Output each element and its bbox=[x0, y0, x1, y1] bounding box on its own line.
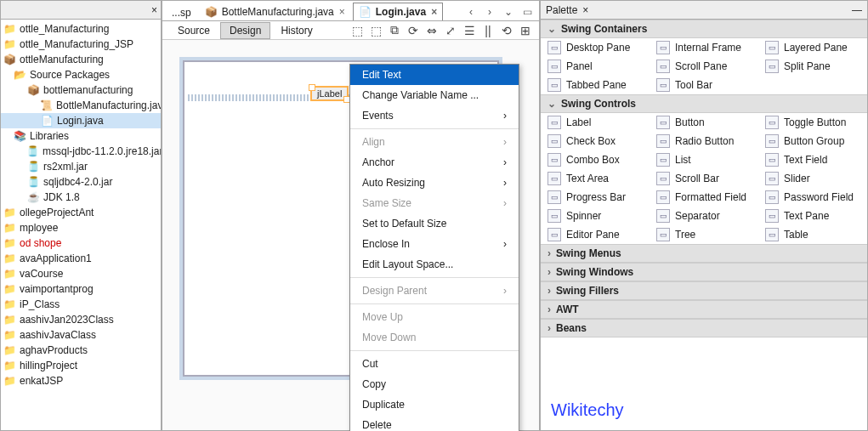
menu-item[interactable]: Cut bbox=[350, 354, 519, 374]
form-canvas[interactable]: jLabel Edit TextChange Variable Name ...… bbox=[179, 57, 502, 380]
view-tab[interactable]: Source bbox=[169, 23, 218, 38]
nav-icon[interactable]: ‹ bbox=[464, 5, 478, 19]
nav-icon[interactable]: › bbox=[483, 5, 496, 19]
palette-item[interactable]: ▭Progress Bar bbox=[541, 188, 650, 207]
jlabel-component[interactable]: jLabel bbox=[310, 86, 349, 101]
menu-item[interactable]: Delete bbox=[350, 415, 519, 431]
view-tab[interactable]: Design bbox=[220, 22, 270, 39]
tree-row[interactable]: 📜BottleManufacturing.jav bbox=[1, 98, 161, 113]
menu-item[interactable]: Edit Text bbox=[350, 65, 519, 85]
editor-tab[interactable]: ...sp bbox=[166, 4, 197, 20]
close-icon[interactable]: × bbox=[582, 4, 588, 16]
palette-item[interactable]: ▭Internal Frame bbox=[650, 38, 758, 57]
palette-item[interactable]: ▭Radio Button bbox=[650, 132, 758, 150]
toolbar-icon[interactable]: ⬚ bbox=[350, 24, 364, 37]
tree-row[interactable]: 📁ollegeProjectAnt bbox=[1, 205, 161, 220]
palette-item[interactable]: ▭Label bbox=[541, 113, 650, 132]
view-tab[interactable]: History bbox=[272, 23, 321, 38]
close-icon[interactable]: × bbox=[339, 6, 345, 18]
tree-row[interactable]: 📁enkatJSP bbox=[1, 373, 161, 388]
menu-item[interactable]: Anchor› bbox=[350, 152, 519, 173]
menu-item[interactable]: Copy bbox=[350, 374, 519, 394]
tree-row[interactable]: 📄Login.java bbox=[1, 113, 161, 128]
palette-category-header[interactable]: ›Swing Windows bbox=[541, 263, 867, 281]
palette-item[interactable]: ▭Text Pane bbox=[758, 207, 867, 225]
toolbar-icon[interactable]: ⧉ bbox=[388, 24, 401, 37]
palette-item[interactable]: ▭Button Group bbox=[758, 132, 867, 150]
palette-item[interactable]: ▭Text Area bbox=[541, 169, 650, 188]
palette-item[interactable]: ▭List bbox=[650, 150, 758, 169]
palette-item[interactable]: ▭Formatted Field bbox=[650, 188, 758, 207]
palette-item[interactable]: ▭Text Field bbox=[758, 150, 867, 169]
editor-tab[interactable]: 📄Login.java× bbox=[353, 3, 443, 20]
palette-item[interactable]: ▭Desktop Pane bbox=[541, 38, 650, 57]
menu-item[interactable]: Edit Layout Space... bbox=[350, 254, 519, 275]
menu-item[interactable]: Auto Resizing› bbox=[350, 173, 519, 193]
context-menu[interactable]: Edit TextChange Variable Name ...Events›… bbox=[349, 64, 519, 431]
close-icon[interactable]: × bbox=[431, 6, 437, 18]
editor-tab[interactable]: 📦BottleManufacturing.java× bbox=[199, 3, 351, 20]
palette-category-header[interactable]: ⌄Swing Controls bbox=[541, 94, 867, 113]
tree-row[interactable]: 📁iP_Class bbox=[1, 297, 161, 312]
palette-item[interactable]: ▭Slider bbox=[758, 169, 867, 188]
tree-row[interactable]: 📁aghavProducts bbox=[1, 343, 161, 358]
tree-row[interactable]: 🫙rs2xml.jar bbox=[1, 159, 161, 174]
tree-row[interactable]: 🫙sqljdbc4-2.0.jar bbox=[1, 174, 161, 190]
tree-row[interactable]: 📁aashivJavaClass bbox=[1, 327, 161, 343]
palette-item[interactable]: ▭Check Box bbox=[541, 132, 650, 150]
tree-row[interactable]: 📁vaimportantprog bbox=[1, 281, 161, 297]
palette-item[interactable]: ▭Tree bbox=[650, 225, 758, 244]
tree-row[interactable]: 📂Source Packages bbox=[1, 67, 161, 82]
palette-item[interactable]: ▭Password Field bbox=[758, 188, 867, 207]
palette-item[interactable]: ▭Scroll Bar bbox=[650, 169, 758, 188]
palette-item[interactable]: ▭Scroll Pane bbox=[650, 57, 758, 76]
toolbar-icon[interactable]: ⟳ bbox=[406, 24, 420, 37]
palette-item[interactable]: ▭Editor Pane bbox=[541, 225, 650, 244]
palette-item[interactable]: ▭Combo Box bbox=[541, 150, 650, 169]
palette-item[interactable]: ▭Table bbox=[758, 225, 867, 244]
tree-row[interactable]: 📁ottle_Manufacturing_JSP bbox=[1, 37, 161, 52]
toolbar-icon[interactable]: ⇔ bbox=[425, 24, 439, 37]
palette-item[interactable]: ▭Layered Pane bbox=[758, 38, 867, 57]
tree-row[interactable]: 📁mployee bbox=[1, 220, 161, 235]
close-icon[interactable]: × bbox=[151, 4, 157, 16]
minimize-icon[interactable]: — bbox=[852, 4, 862, 16]
tree-row[interactable]: ☕JDK 1.8 bbox=[1, 190, 161, 205]
palette-category-header[interactable]: ⌄Swing Containers bbox=[541, 20, 867, 38]
palette-category-header[interactable]: ›Swing Fillers bbox=[541, 281, 867, 300]
tree-row[interactable]: 🫙mssql-jdbc-11.2.0.jre18.jar bbox=[1, 144, 161, 159]
palette-item[interactable]: ▭Tool Bar bbox=[650, 76, 758, 94]
toolbar-icon[interactable]: ⊞ bbox=[519, 24, 532, 37]
tree-row[interactable]: 📁vaCourse bbox=[1, 266, 161, 281]
tree-row[interactable]: 📦ottleManufacturing bbox=[1, 52, 161, 67]
palette-item[interactable]: ▭Button bbox=[650, 113, 758, 132]
palette-item[interactable]: ▭Panel bbox=[541, 57, 650, 76]
palette-item[interactable]: ▭Spinner bbox=[541, 207, 650, 225]
project-tree[interactable]: 📁ottle_Manufacturing📁ottle_Manufacturing… bbox=[1, 20, 161, 430]
menu-item[interactable]: Enclose In› bbox=[350, 234, 519, 254]
menu-item[interactable]: Events› bbox=[350, 105, 519, 126]
menu-item[interactable]: Duplicate bbox=[350, 394, 519, 415]
toolbar-icon[interactable]: ⤢ bbox=[444, 24, 457, 37]
nav-icon[interactable]: ▭ bbox=[520, 5, 534, 19]
palette-item[interactable]: ▭Toggle Button bbox=[758, 113, 867, 132]
toolbar-icon[interactable]: ⟲ bbox=[500, 24, 513, 37]
menu-item[interactable]: Set to Default Size bbox=[350, 213, 519, 234]
menu-item[interactable]: Change Variable Name ... bbox=[350, 85, 519, 105]
tree-row[interactable]: 📁od shope bbox=[1, 235, 161, 251]
palette-item[interactable]: ▭Separator bbox=[650, 207, 758, 225]
palette-category-header[interactable]: ›Beans bbox=[541, 319, 867, 337]
palette-category-header[interactable]: ›Swing Menus bbox=[541, 244, 867, 263]
tree-row[interactable]: 📁aashivJan2023Class bbox=[1, 312, 161, 327]
toolbar-icon[interactable]: || bbox=[481, 24, 495, 37]
tree-row[interactable]: 📁hillingProject bbox=[1, 358, 161, 373]
nav-icon[interactable]: ⌄ bbox=[502, 5, 515, 19]
toolbar-icon[interactable]: ☰ bbox=[462, 24, 476, 37]
palette-category-header[interactable]: ›AWT bbox=[541, 300, 867, 319]
tree-row[interactable]: 📁ottle_Manufacturing bbox=[1, 21, 161, 37]
tree-row[interactable]: 📦bottlemanufacturing bbox=[1, 82, 161, 98]
design-area[interactable]: jLabel Edit TextChange Variable Name ...… bbox=[162, 40, 539, 430]
toolbar-icon[interactable]: ⬚ bbox=[369, 24, 383, 37]
palette-item[interactable]: ▭Tabbed Pane bbox=[541, 76, 650, 94]
tree-row[interactable]: 📚Libraries bbox=[1, 128, 161, 144]
